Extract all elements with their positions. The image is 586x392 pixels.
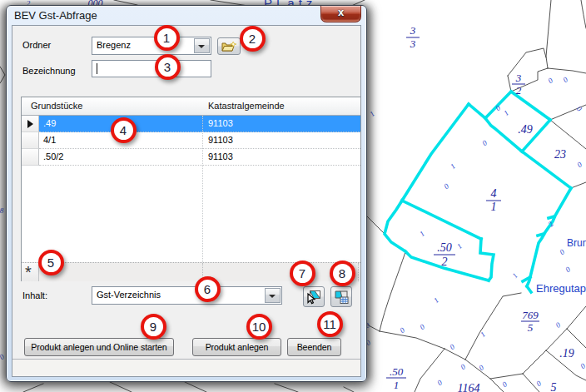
- table-body: .49911034/191103.50/291103: [22, 116, 360, 166]
- callout-3: 3: [155, 54, 181, 80]
- parcel-boundary-line: [380, 331, 444, 349]
- map-select-cursor-icon: [306, 290, 321, 305]
- parcel-number: .50: [390, 365, 404, 378]
- inhalt-value: Gst-Verzeichnis: [97, 290, 161, 300]
- boundary-point-number: 0: [435, 378, 444, 387]
- parcel-boundary-line: [0, 67, 5, 83]
- parcel-number: 1: [394, 379, 400, 391]
- parcel-boundary-line: [490, 374, 523, 379]
- parcel-table[interactable]: Grundstücke Katastralgemeinde .49911034/…: [21, 97, 361, 281]
- boundary-point-number: 0: [477, 363, 485, 372]
- bezeichnung-input[interactable]: [92, 60, 211, 77]
- parcel-boundary-line: [581, 0, 586, 28]
- table-row[interactable]: .4991103: [22, 116, 360, 132]
- row-selector-cell[interactable]: [22, 116, 39, 132]
- cell-katastralgemeinde[interactable]: 91103: [208, 151, 233, 161]
- boundary-point-number: 0: [442, 181, 450, 191]
- selection-to-list-icon: [334, 290, 349, 305]
- parcel-number: 2: [516, 84, 522, 97]
- highlighted-parcel-boundary: [480, 239, 494, 280]
- parcel-boundary-line: [546, 0, 551, 68]
- bezeichnung-label: Bezeichnung: [22, 66, 76, 76]
- cell-katastralgemeinde[interactable]: 91103: [208, 135, 233, 145]
- boundary-point-number: 0: [459, 362, 467, 371]
- parcel-boundary-line: [275, 384, 298, 392]
- callout-6: 6: [195, 276, 221, 302]
- parcel-boundary-line: [366, 216, 385, 234]
- parcel-boundary-line: [567, 329, 586, 348]
- parcel-boundary-line: [344, 387, 354, 392]
- parcel-number: 1: [491, 201, 497, 213]
- dialog-titlebar[interactable]: BEV Gst-Abfrage x: [7, 6, 366, 25]
- boundary-point-number: 0: [546, 76, 554, 85]
- boundary-point-number: 0: [398, 325, 406, 335]
- parcel-boundary-line: [465, 293, 521, 360]
- parcel-number: 3: [515, 72, 522, 84]
- boundary-point-number: 1: [432, 295, 440, 305]
- ordner-combobox[interactable]: Bregenz: [92, 37, 211, 55]
- street-name-label: Brunnen: [567, 237, 586, 249]
- apply-map-selection-button[interactable]: [330, 286, 352, 307]
- parcel-number: .49: [518, 123, 533, 136]
- table-header-row: Grundstücke Katastralgemeinde: [22, 97, 360, 116]
- parcel-number: 4: [491, 187, 497, 200]
- close-button[interactable]: x: [320, 6, 361, 22]
- parcel-boundary-line: [508, 48, 546, 76]
- cell-grundstueck[interactable]: .49: [43, 118, 56, 128]
- column-header-grundstuecke[interactable]: Grundstücke: [31, 101, 82, 111]
- boundary-point-number: 1: [455, 241, 464, 251]
- parcel-number: .19: [559, 347, 574, 360]
- chevron-down-icon: [269, 295, 276, 298]
- status-strip: [12, 359, 360, 376]
- screenshot: 333241.5027695.501.4923.1911645.000PLatz…: [0, 0, 586, 392]
- parcel-number: 3: [410, 37, 416, 50]
- boundary-point-number: 1: [449, 161, 457, 171]
- boundary-point-number: 0: [480, 138, 489, 147]
- parcel-boundary-line: [380, 252, 405, 331]
- boundary-point-number: 1: [502, 108, 510, 117]
- boundary-point-number: 1: [418, 229, 426, 238]
- current-row-arrow-icon: [27, 120, 33, 128]
- ordner-value: Bregenz: [97, 40, 131, 50]
- beenden-button[interactable]: Beenden: [287, 338, 341, 356]
- select-parcel-on-map-button[interactable]: [303, 286, 325, 307]
- parcel-number: 769: [522, 309, 539, 321]
- produkt-anlegen-online-button[interactable]: Produkt anlegen und Online starten: [24, 338, 174, 356]
- ordner-dropdown-button[interactable]: [194, 38, 210, 53]
- boundary-point-number: 1: [368, 109, 376, 118]
- inhalt-combobox[interactable]: Gst-Verzeichnis: [92, 286, 282, 305]
- parcel-boundary-line: [550, 120, 586, 149]
- boundary-point-number: 0: [534, 379, 543, 388]
- row-selector-cell[interactable]: [22, 132, 39, 149]
- callout-2: 2: [240, 26, 266, 52]
- inhalt-dropdown-button[interactable]: [265, 288, 281, 303]
- parcel-boundary-line: [185, 382, 206, 392]
- highlighted-parcel-boundary: [527, 188, 571, 286]
- cell-grundstueck[interactable]: 4/1: [43, 135, 56, 145]
- cell-katastralgemeinde[interactable]: 91103: [208, 118, 233, 128]
- boundary-point-number: 0: [448, 342, 456, 351]
- column-header-katastralgemeinde[interactable]: Katastralgemeinde: [208, 101, 285, 111]
- inhalt-label: Inhalt:: [22, 290, 47, 300]
- row-selector-cell[interactable]: [22, 149, 39, 166]
- new-row-selector-cell[interactable]: *: [22, 263, 39, 281]
- produkt-anlegen-button[interactable]: Produkt anlegen: [192, 338, 281, 356]
- cell-grundstueck[interactable]: .50/2: [43, 151, 63, 161]
- parcel-boundary-line: [23, 384, 43, 392]
- highlighted-parcel-boundary: [469, 104, 485, 118]
- chevron-down-icon: [198, 45, 205, 48]
- parcel-number: 5: [528, 321, 534, 334]
- highlighted-parcel-boundary: [527, 286, 531, 292]
- choose-folder-button[interactable]: [217, 37, 241, 55]
- column-divider: [202, 116, 203, 262]
- callout-10: 10: [246, 314, 272, 340]
- new-row-indicator: *: [25, 263, 32, 282]
- table-row[interactable]: .50/291103: [22, 149, 360, 166]
- boundary-point-number: 8: [0, 206, 4, 215]
- parcel-boundary-line: [465, 360, 490, 379]
- callout-1: 1: [154, 25, 180, 51]
- table-row[interactable]: 4/191103: [22, 132, 360, 149]
- boundary-point-number: 0: [561, 75, 569, 84]
- highlighted-parcel-boundary: [549, 216, 554, 218]
- parcel-number: 2: [442, 256, 448, 268]
